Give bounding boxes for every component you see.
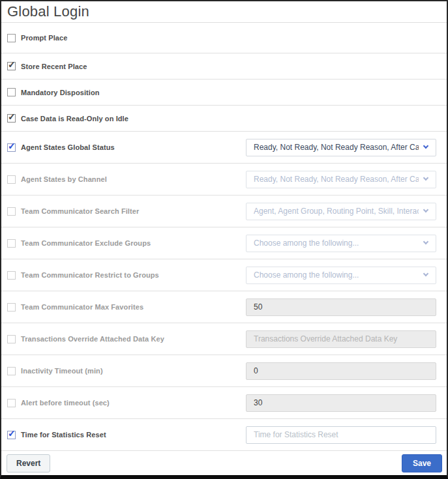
setting-row-time-for-statistics-reset: Time for Statistics Reset xyxy=(1,419,447,451)
checkbox-inactivity-timeout[interactable] xyxy=(7,367,16,375)
setting-label: Team Communicator Search Filter xyxy=(21,207,139,215)
checkbox-case-data-read-only[interactable] xyxy=(7,114,16,123)
global-login-settings-panel: Global Login Prompt Place Store Recent P… xyxy=(0,0,448,479)
checkbox-team-communicator-max-favorites[interactable] xyxy=(7,303,16,312)
setting-label: Alert before timeout (sec) xyxy=(21,399,110,407)
team-communicator-exclude-groups-select: Choose among the following... xyxy=(246,235,436,252)
select-value: Ready, Not Ready, Not Ready Reason, Afte… xyxy=(254,143,419,152)
footer-actions: Revert Save xyxy=(1,451,447,475)
setting-label: Inactivity Timeout (min) xyxy=(21,367,103,375)
setting-row-prompt-place: Prompt Place xyxy=(1,23,447,53)
checkbox-time-for-statistics-reset[interactable] xyxy=(7,431,16,439)
setting-label: Team Communicator Max Favorites xyxy=(21,303,143,311)
setting-row-case-data-read-only: Case Data is Read-Only on Idle xyxy=(1,106,447,132)
checkbox-agent-states-global-status[interactable] xyxy=(7,143,16,152)
page-title: Global Login xyxy=(7,3,436,20)
setting-row-agent-states-global-status: Agent States Global Status Ready, Not Re… xyxy=(1,132,447,164)
select-value: Choose among the following... xyxy=(254,239,359,248)
team-communicator-restrict-to-groups-select: Choose among the following... xyxy=(246,267,436,284)
save-button[interactable]: Save xyxy=(402,454,442,472)
revert-button[interactable]: Revert xyxy=(7,454,50,472)
setting-label: Time for Statistics Reset xyxy=(21,431,106,439)
setting-row-inactivity-timeout: Inactivity Timeout (min) xyxy=(1,355,447,387)
setting-row-team-communicator-restrict-to-groups: Team Communicator Restrict to Groups Cho… xyxy=(1,259,447,291)
setting-label: Store Recent Place xyxy=(21,63,87,70)
checkbox-mandatory-disposition[interactable] xyxy=(7,88,16,96)
checkbox-transactions-override-attached-data-key[interactable] xyxy=(7,335,16,343)
team-communicator-max-favorites-input xyxy=(246,298,436,316)
setting-label: Team Communicator Exclude Groups xyxy=(21,239,151,247)
setting-label: Mandatory Disposition xyxy=(21,89,100,96)
setting-label: Agent States by Channel xyxy=(21,175,107,183)
checkbox-agent-states-by-channel[interactable] xyxy=(7,175,16,184)
chevron-down-icon xyxy=(423,175,428,181)
setting-row-team-communicator-exclude-groups: Team Communicator Exclude Groups Choose … xyxy=(1,227,447,259)
chevron-down-icon xyxy=(423,239,428,244)
setting-row-agent-states-by-channel: Agent States by Channel Ready, Not Ready… xyxy=(1,164,447,196)
agent-states-by-channel-select: Ready, Not Ready, Not Ready Reason, Afte… xyxy=(246,171,436,188)
transactions-override-attached-data-key-input xyxy=(246,330,436,348)
setting-row-store-recent-place: Store Recent Place xyxy=(1,53,447,80)
checkbox-team-communicator-search-filter[interactable] xyxy=(7,207,16,216)
chevron-down-icon xyxy=(423,271,428,276)
agent-states-global-status-select[interactable]: Ready, Not Ready, Not Ready Reason, Afte… xyxy=(246,139,436,156)
checkbox-team-communicator-exclude-groups[interactable] xyxy=(7,239,16,248)
setting-label: Team Communicator Restrict to Groups xyxy=(21,271,159,279)
select-value: Choose among the following... xyxy=(254,270,359,280)
setting-label: Prompt Place xyxy=(21,34,68,42)
alert-before-timeout-input xyxy=(246,394,436,412)
time-for-statistics-reset-input[interactable] xyxy=(246,426,436,444)
checkbox-team-communicator-restrict-to-groups[interactable] xyxy=(7,271,16,280)
chevron-down-icon xyxy=(423,143,428,149)
setting-label: Agent States Global Status xyxy=(21,143,115,151)
select-value: Ready, Not Ready, Not Ready Reason, Afte… xyxy=(254,175,419,184)
setting-label: Case Data is Read-Only on Idle xyxy=(21,115,128,123)
setting-row-alert-before-timeout: Alert before timeout (sec) xyxy=(1,387,447,419)
page-header: Global Login xyxy=(1,1,447,23)
setting-row-team-communicator-max-favorites: Team Communicator Max Favorites xyxy=(1,291,447,323)
checkbox-prompt-place[interactable] xyxy=(7,34,16,42)
setting-row-team-communicator-search-filter: Team Communicator Search Filter Agent, A… xyxy=(1,196,447,227)
setting-row-transactions-override-attached-data-key: Transactions Override Attached Data Key xyxy=(1,323,447,355)
checkbox-store-recent-place[interactable] xyxy=(7,62,16,70)
inactivity-timeout-input xyxy=(246,362,436,380)
setting-label: Transactions Override Attached Data Key xyxy=(21,335,164,343)
select-value: Agent, Agent Group, Routing Point, Skill… xyxy=(254,207,419,216)
checkbox-alert-before-timeout[interactable] xyxy=(7,399,16,407)
chevron-down-icon xyxy=(423,207,428,212)
team-communicator-search-filter-select: Agent, Agent Group, Routing Point, Skill… xyxy=(246,203,436,220)
setting-row-mandatory-disposition: Mandatory Disposition xyxy=(1,80,447,106)
